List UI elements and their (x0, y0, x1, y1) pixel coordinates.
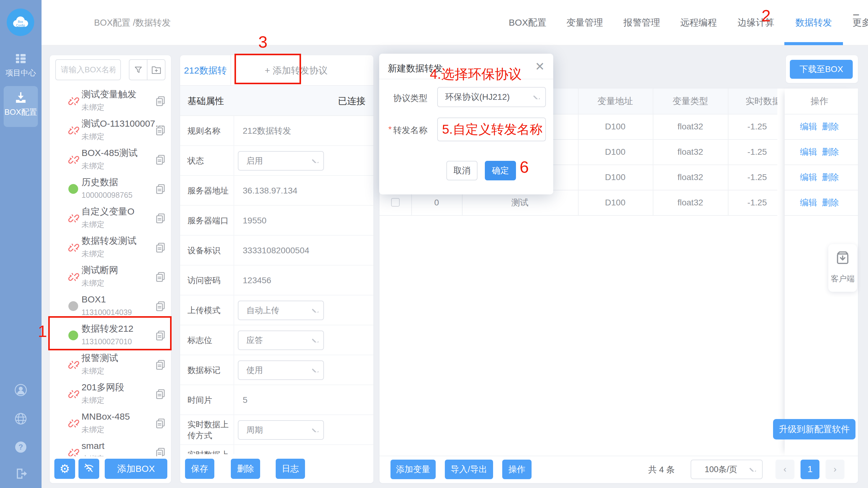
copy-icon[interactable] (154, 388, 167, 400)
tab-rule-212[interactable]: 212数据转发 (180, 55, 230, 86)
device-name: 数据转发测试 (82, 234, 136, 248)
delete-link[interactable]: 删除 (822, 147, 839, 157)
device-list-item[interactable]: 测试O-113100007… 未绑定 (50, 116, 171, 145)
form-row: 设备标识 33331082000504 (180, 236, 373, 265)
settings-button[interactable]: ⚙ (54, 459, 75, 479)
copy-icon[interactable] (154, 124, 167, 136)
device-list-item[interactable]: 自定义变量O 未绑定 (50, 203, 171, 233)
tab-alarm-mgmt[interactable]: 报警管理 (623, 0, 660, 45)
copy-icon[interactable] (154, 329, 167, 341)
device-list-item[interactable]: 测试变量触发 未绑定 (50, 86, 171, 116)
delete-link[interactable]: 删除 (822, 198, 839, 207)
copy-icon[interactable] (154, 241, 167, 254)
protocol-type-select[interactable]: 环保协议(HJ212) (437, 87, 546, 107)
search-input[interactable] (55, 59, 121, 80)
next-page-button[interactable]: › (826, 460, 844, 479)
edit-link[interactable]: 编辑 (800, 198, 817, 207)
upload-mode-select[interactable]: 自动上传 (238, 301, 324, 320)
prev-page-button[interactable]: ‹ (775, 460, 795, 479)
device-list-item[interactable]: 数据转发测试 未绑定 (50, 233, 171, 262)
add-box-button[interactable]: 添加BOX (105, 459, 167, 479)
import-export-button[interactable]: 导入/导出 (445, 460, 493, 479)
chevron-down-icon (312, 368, 318, 372)
broken-link-icon (68, 359, 80, 370)
device-list-item[interactable]: 历史数据 100000098765 (50, 174, 171, 203)
realtime-upload-mode-select[interactable]: 周期 (238, 420, 324, 440)
col-header-ops: 操作 (811, 89, 828, 114)
cell-value: -1.25 (747, 139, 767, 164)
edit-link[interactable]: 编辑 (800, 147, 817, 157)
copy-icon[interactable] (154, 359, 167, 371)
save-button[interactable]: 保存 (185, 459, 214, 479)
form-row: 时间片 5 (180, 385, 373, 415)
server-address-value[interactable]: 36.138.97.134 (243, 176, 298, 206)
status-select[interactable]: 启用 (238, 151, 324, 171)
download-to-box-button[interactable]: 下载至BOX (790, 60, 853, 79)
ops-cell: 编辑 删除 (800, 139, 839, 164)
device-list-item-selected[interactable]: 数据转发212 113100027010 (50, 321, 171, 350)
forward-name-input[interactable]: 5.自定义转发名称 (437, 118, 546, 141)
tab-edge-computing[interactable]: 边缘计算 (738, 0, 774, 45)
delete-link[interactable]: 删除 (822, 122, 839, 131)
network-scan-button[interactable] (79, 459, 99, 479)
form-row: 实时数据上传方式 周期 (180, 415, 373, 445)
device-list-item[interactable]: MNBox-485 未绑定 (50, 409, 171, 438)
copy-icon[interactable] (154, 300, 167, 312)
copy-icon[interactable] (154, 271, 167, 283)
delete-button[interactable]: 删除 (231, 459, 260, 479)
grid-icon (14, 52, 28, 65)
tab-box-config[interactable]: BOX配置 (509, 0, 546, 45)
device-sub: 113100027010 (82, 335, 132, 348)
time-slice-value[interactable]: 5 (243, 385, 248, 415)
data-mark-select[interactable]: 使用 (238, 360, 324, 380)
copy-icon[interactable] (154, 95, 167, 107)
device-list-item[interactable]: BOX-485测试 未绑定 (50, 145, 171, 174)
device-list-item[interactable]: 201多网段 未绑定 (50, 379, 171, 409)
add-group-button[interactable] (147, 60, 165, 80)
device-sub: 未绑定 (82, 160, 104, 172)
device-list-item[interactable]: BOX1 113100014039 (50, 291, 171, 321)
tab-data-forwarding[interactable]: 数据转发 (795, 0, 832, 45)
flag-select[interactable]: 应答 (238, 330, 324, 350)
confirm-button[interactable]: 确定 (485, 161, 516, 181)
modal-close-icon[interactable]: ✕ (535, 60, 545, 73)
rule-panel: 212数据转发 + 添加转发协议 基础属性 已连接 规则名称 212数据转发 状… (180, 55, 373, 483)
add-forward-protocol-tab[interactable]: + 添加转发协议 (230, 55, 362, 86)
device-id-value[interactable]: 33331082000504 (243, 236, 309, 265)
sidebar-item-box-config[interactable]: BOX配置 (4, 86, 38, 127)
log-button[interactable]: 日志 (276, 459, 305, 479)
sidebar-item-label: BOX配置 (4, 107, 38, 118)
page-size-select[interactable]: 100条/页 (691, 460, 763, 479)
cancel-button[interactable]: 取消 (446, 161, 477, 181)
copy-icon[interactable] (154, 212, 167, 224)
add-variable-button[interactable]: 添加变量 (391, 460, 436, 479)
tab-variable-mgmt[interactable]: 变量管理 (566, 0, 603, 45)
server-port-value[interactable]: 19550 (243, 206, 267, 236)
device-list-item[interactable]: 报警测试 未绑定 (50, 350, 171, 379)
globe-icon (14, 412, 28, 426)
operate-button[interactable]: 操作 (502, 460, 531, 479)
upgrade-button[interactable]: 升级到新配置软件 (773, 419, 856, 440)
device-name: 201多网段 (82, 381, 124, 394)
broken-link-icon (68, 418, 80, 429)
app-window: Box Config 项目中心 BOX配置 (0, 0, 868, 488)
delete-link[interactable]: 删除 (822, 172, 839, 182)
device-sub: 未绑定 (82, 130, 104, 142)
edit-link[interactable]: 编辑 (800, 172, 817, 182)
page-1-button[interactable]: 1 (801, 460, 819, 479)
copy-icon[interactable] (154, 183, 167, 195)
client-download-card[interactable]: 客户端 (828, 244, 857, 292)
access-password-value[interactable]: 123456 (243, 265, 271, 295)
copy-icon[interactable] (154, 417, 167, 429)
col-header-type: 变量类型 (673, 89, 708, 114)
row-checkbox[interactable] (391, 198, 400, 206)
cell-addr: D100 (605, 164, 626, 190)
filter-button[interactable] (129, 60, 147, 80)
edit-link[interactable]: 编辑 (800, 122, 817, 131)
minimize-button[interactable]: – (847, 0, 865, 28)
forward-name-label: 转发名称 (393, 125, 428, 136)
tab-remote-programming[interactable]: 远程编程 (680, 0, 717, 45)
copy-icon[interactable] (154, 154, 167, 166)
device-list-item[interactable]: 测试断网 未绑定 (50, 262, 171, 291)
rule-name-value[interactable]: 212数据转发 (243, 116, 291, 146)
